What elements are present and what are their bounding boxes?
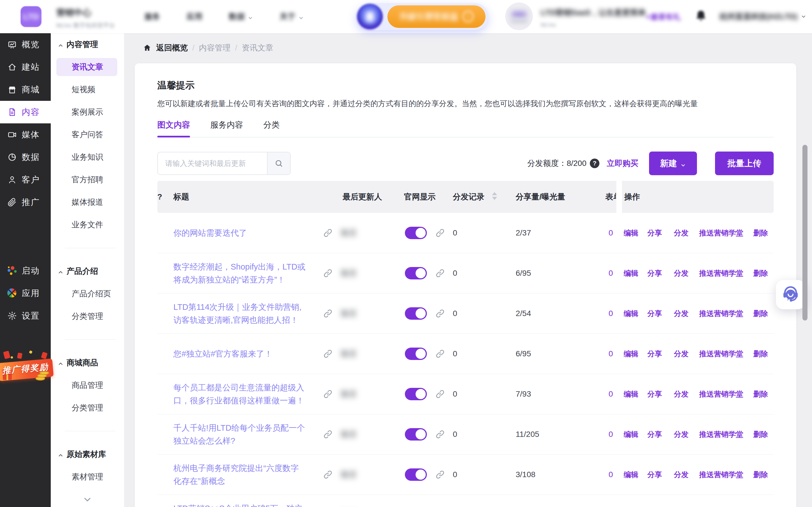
search-input[interactable] — [158, 152, 267, 174]
action-分享[interactable]: 分享 — [647, 470, 662, 480]
article-title-link[interactable]: 你的网站需要迭代了 — [173, 226, 247, 239]
action-推送营销学堂[interactable]: 推送营销学堂 — [699, 349, 743, 359]
action-分发[interactable]: 分发 — [674, 228, 689, 238]
sort-carets-icon[interactable] — [492, 192, 497, 200]
action-分发[interactable]: 分发 — [674, 470, 689, 480]
sidebar-item-data[interactable]: 数据 — [0, 146, 51, 168]
sidebar-item-site[interactable]: 建站 — [0, 56, 51, 78]
action-推送营销学堂[interactable]: 推送营销学堂 — [699, 430, 743, 439]
copy-link-icon[interactable] — [435, 228, 445, 238]
action-推送营销学堂[interactable]: 推送营销学堂 — [699, 269, 743, 278]
submenu-item-商品管理[interactable]: 商品管理 — [51, 374, 124, 397]
site-show-toggle[interactable] — [405, 267, 427, 279]
submenu-group-3-header[interactable]: 商城商品 — [51, 351, 124, 374]
site-show-toggle[interactable] — [405, 227, 427, 239]
promo-upgrade-button[interactable]: 升级引荐官权益 › — [388, 5, 486, 28]
action-编辑[interactable]: 编辑 — [624, 228, 638, 238]
sidebar-item-overview[interactable]: 概览 — [0, 33, 51, 56]
submenu-item-客户问答[interactable]: 客户问答 — [51, 123, 124, 146]
submenu-item-业务知识[interactable]: 业务知识 — [51, 146, 124, 168]
customer-service-button[interactable] — [776, 280, 805, 309]
promo-ribbon-banner[interactable]: 推广得奖励 — [0, 351, 51, 383]
action-编辑[interactable]: 编辑 — [624, 269, 638, 278]
action-删除[interactable]: 删除 — [753, 228, 768, 238]
form-count-link[interactable]: 0 — [597, 349, 613, 358]
action-推送营销学堂[interactable]: 推送营销学堂 — [699, 228, 743, 238]
sidebar-item-content[interactable]: 内容 — [0, 101, 51, 123]
article-title-link[interactable]: LTD第114次升级｜业务文件助营销,访客轨迹更清晰,官网也能把人招！ — [173, 300, 306, 327]
action-删除[interactable]: 删除 — [753, 389, 768, 399]
article-title-link[interactable]: LTD营销SaaS企业用户破5万，独立官 — [173, 502, 306, 507]
invite-link-blurred[interactable]: +邀请有礼 — [646, 12, 680, 22]
link-icon[interactable] — [323, 389, 333, 399]
site-show-toggle[interactable] — [405, 388, 427, 400]
action-推送营销学堂[interactable]: 推送营销学堂 — [699, 389, 743, 399]
search-button[interactable] — [267, 152, 290, 174]
action-编辑[interactable]: 编辑 — [624, 470, 638, 480]
submenu-item-分类管理[interactable]: 分类管理 — [51, 397, 124, 419]
form-count-link[interactable]: 0 — [597, 430, 613, 439]
form-count-link[interactable]: 0 — [597, 228, 613, 237]
article-title-link[interactable]: 每个员工都是公司生意流量的超级入口，很多行业都值得这样重做一遍！ — [173, 381, 306, 407]
action-删除[interactable]: 删除 — [753, 309, 768, 319]
action-分发[interactable]: 分发 — [674, 349, 689, 359]
article-title-link[interactable]: 千人千站!用LTD给每个业务员配一个独立站会怎么样? — [173, 421, 306, 447]
sidebar-item-promote[interactable]: 推广 — [0, 191, 51, 214]
link-icon[interactable] — [323, 470, 333, 480]
breadcrumb-item-articles[interactable]: 资讯文章 — [242, 43, 273, 53]
submenu-item-官方招聘[interactable]: 官方招聘 — [51, 168, 124, 191]
top-nav-item-4-blurred[interactable]: 关于 — [280, 11, 304, 22]
sidebar-tool-launch[interactable]: 启动 — [0, 260, 51, 282]
action-分发[interactable]: 分发 — [674, 430, 689, 439]
submenu-group-4-header[interactable]: 原始素材库 — [51, 443, 124, 466]
top-nav-item-2-blurred[interactable]: 应用 — [187, 11, 202, 22]
action-编辑[interactable]: 编辑 — [624, 389, 638, 399]
company-switcher[interactable]: 杭州某某科技(HZLTD) — [719, 11, 806, 22]
site-show-toggle[interactable] — [405, 348, 427, 360]
bell-icon[interactable] — [694, 9, 708, 24]
form-count-link[interactable]: 0 — [597, 269, 613, 278]
site-show-toggle[interactable] — [405, 307, 427, 320]
top-nav-item-1-blurred[interactable]: 服务 — [144, 11, 160, 22]
action-编辑[interactable]: 编辑 — [624, 349, 638, 359]
link-icon[interactable] — [323, 228, 333, 238]
brand-logo[interactable]: LTD — [20, 6, 42, 27]
action-删除[interactable]: 删除 — [753, 349, 768, 359]
submenu-group-1-header[interactable]: 内容管理 — [51, 33, 124, 56]
sidebar-tool-apps[interactable]: 应用 — [0, 282, 51, 304]
breadcrumb-back-link[interactable]: 返回概览 — [156, 43, 188, 53]
action-推送营销学堂[interactable]: 推送营销学堂 — [699, 470, 743, 480]
form-count-link[interactable]: 0 — [597, 470, 613, 479]
action-编辑[interactable]: 编辑 — [624, 430, 638, 439]
link-icon[interactable] — [323, 349, 333, 358]
action-删除[interactable]: 删除 — [753, 269, 768, 278]
submenu-collapse-toggle[interactable] — [51, 488, 124, 507]
form-count-link[interactable]: 0 — [597, 309, 613, 318]
submenu-item-分类管理[interactable]: 分类管理 — [51, 305, 124, 328]
vertical-scrollbar-thumb[interactable] — [802, 145, 808, 321]
tab-图文内容[interactable]: 图文内容 — [157, 119, 190, 137]
action-分享[interactable]: 分享 — [647, 349, 662, 359]
copy-link-icon[interactable] — [435, 470, 445, 480]
copy-link-icon[interactable] — [435, 309, 445, 318]
action-分享[interactable]: 分享 — [647, 389, 662, 399]
breadcrumb-item-content-mgmt[interactable]: 内容管理 — [199, 43, 231, 53]
action-编辑[interactable]: 编辑 — [624, 309, 638, 319]
submenu-item-素材管理[interactable]: 素材管理 — [51, 466, 124, 488]
submenu-item-短视频[interactable]: 短视频 — [51, 78, 124, 101]
action-分享[interactable]: 分享 — [647, 430, 662, 439]
copy-link-icon[interactable] — [435, 430, 445, 439]
create-button[interactable]: 新建 — [649, 152, 697, 175]
submenu-item-产品介绍页[interactable]: 产品介绍页 — [51, 283, 124, 305]
link-icon[interactable] — [323, 269, 333, 278]
action-分发[interactable]: 分发 — [674, 269, 689, 278]
copy-link-icon[interactable] — [435, 349, 445, 358]
article-title-link[interactable]: 数字经济潮起，Shopify出海，LTD或将成为新独立站的“诺亚方舟”！ — [173, 260, 306, 286]
action-推送营销学堂[interactable]: 推送营销学堂 — [699, 309, 743, 319]
sidebar-item-customer[interactable]: 客户 — [0, 168, 51, 191]
tab-服务内容[interactable]: 服务内容 — [210, 119, 243, 137]
quota-help-icon[interactable]: ? — [590, 159, 599, 168]
top-nav-item-3-blurred[interactable]: 数据 — [229, 11, 253, 22]
batch-upload-button[interactable]: 批量上传 — [715, 152, 774, 175]
action-分享[interactable]: 分享 — [647, 228, 662, 238]
